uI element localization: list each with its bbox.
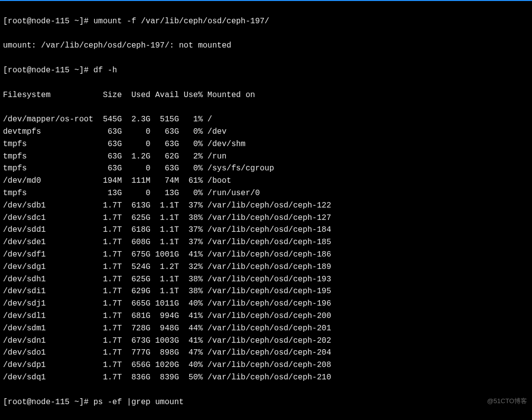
df-row: /dev/sdg1 1.7T 524G 1.2T 32% /var/lib/ce… [3,261,529,273]
prompt-line-2: [root@node-115 ~]# df -h [3,64,529,77]
df-row: /dev/sdh1 1.7T 625G 1.1T 38% /var/lib/ce… [3,273,529,286]
df-row: /dev/sdd1 1.7T 618G 1.1T 37% /var/lib/ce… [3,224,529,236]
prompt: [root@node-115 ~]# [3,66,89,75]
prompt-line-3: [root@node-115 ~]# ps -ef |grep umount [3,396,529,409]
df-row: tmpfs 63G 0 63G 0% /sys/fs/cgroup [3,162,529,175]
command-df: df -h [93,66,117,75]
command-ps: ps -ef |grep umount [93,398,183,407]
df-row: tmpfs 13G 0 13G 0% /run/user/0 [3,187,529,200]
watermark: @51CTO博客 [487,396,527,406]
prompt: [root@node-115 ~]# [3,17,89,26]
df-row: tmpfs 63G 0 63G 0% /dev/shm [3,138,529,151]
df-row: /dev/sdj1 1.7T 665G 1011G 40% /var/lib/c… [3,298,529,310]
df-row: /dev/md0 194M 111M 74M 61% /boot [3,175,529,187]
df-row: /dev/sdf1 1.7T 675G 1001G 41% /var/lib/c… [3,249,529,261]
df-row: /dev/sdb1 1.7T 613G 1.1T 37% /var/lib/ce… [3,200,529,212]
df-row: /dev/sdl1 1.7T 681G 994G 41% /var/lib/ce… [3,310,529,322]
umount-output: umount: /var/lib/ceph/osd/ceph-197/: not… [3,40,529,52]
terminal-window[interactable]: [root@node-115 ~]# umount -f /var/lib/ce… [0,0,532,420]
df-row: /dev/sdn1 1.7T 673G 1003G 41% /var/lib/c… [3,335,529,347]
df-row: /dev/sdo1 1.7T 777G 898G 47% /var/lib/ce… [3,347,529,359]
df-row: /dev/sdm1 1.7T 728G 948G 44% /var/lib/ce… [3,322,529,335]
prompt-line-1: [root@node-115 ~]# umount -f /var/lib/ce… [3,15,529,28]
df-row: /dev/sde1 1.7T 608G 1.1T 37% /var/lib/ce… [3,236,529,249]
df-row: /dev/sdp1 1.7T 656G 1020G 40% /var/lib/c… [3,359,529,371]
df-row: tmpfs 63G 1.2G 62G 2% /run [3,151,529,163]
df-row: /dev/sdc1 1.7T 625G 1.1T 38% /var/lib/ce… [3,212,529,224]
df-row: devtmpfs 63G 0 63G 0% /dev [3,126,529,138]
df-header: Filesystem Size Used Avail Use% Mounted … [3,89,529,102]
df-row: /dev/mapper/os-root 545G 2.3G 515G 1% / [3,113,529,126]
df-row: /dev/sdq1 1.7T 836G 839G 50% /var/lib/ce… [3,371,529,384]
command-umount: umount -f /var/lib/ceph/osd/ceph-197/ [93,17,269,26]
prompt: [root@node-115 ~]# [3,398,89,407]
df-row: /dev/sdi1 1.7T 629G 1.1T 38% /var/lib/ce… [3,285,529,298]
